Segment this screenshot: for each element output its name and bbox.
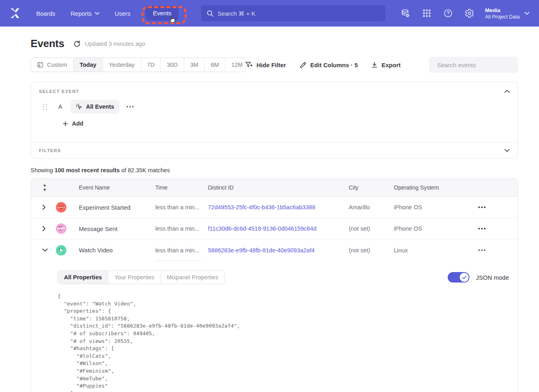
json-mode-label: JSON mode [476,274,509,281]
hide-filter-label: Hide Filter [257,62,286,68]
nav-item-boards[interactable]: Boards [36,10,56,17]
results-summary: Showing 100 most recent results of 82.35… [31,167,518,173]
date-option-today[interactable]: Today [73,58,103,72]
top-navbar: Boards Reports Users Events [0,0,539,27]
col-header-city[interactable]: City [349,184,394,191]
tab-all-properties[interactable]: All Properties [58,271,108,284]
col-header-distinct-id[interactable]: Distinct ID [208,184,349,191]
col-header-os[interactable]: Operating System [394,184,477,191]
export-button[interactable]: Export [371,62,401,68]
collapse-row-button[interactable] [42,248,47,252]
tab-mixpanel-properties[interactable]: Mixpanel Properties [160,271,224,284]
event-os: iPhone OS [394,225,477,232]
event-city: (not set) [349,247,394,254]
event-os: iPhone OS [394,204,477,210]
date-option-custom[interactable]: Custom [31,58,73,72]
event-name: Experiment Started [79,204,155,211]
search-events-input[interactable] [437,62,517,68]
date-option-30d[interactable]: 30D [160,58,184,72]
event-name: Message Sent [79,225,155,232]
tab-your-properties[interactable]: Your Properties [108,271,160,284]
table-row: Experiment Started less than a min... 72… [31,197,518,218]
nav-item-events-wrapper: Events [146,10,179,17]
mixpanel-logo-icon[interactable] [9,7,21,19]
date-range-control: Custom Today Yesterday 7D 30D 3M 6M 12M [31,58,245,72]
event-name: Watch Video [79,247,155,254]
nav-label: Boards [36,10,56,17]
row-actions-button[interactable] [478,228,518,229]
nav-item-reports[interactable]: Reports [71,10,100,17]
apps-grid-icon[interactable] [422,8,432,18]
calendar-icon [37,62,43,68]
event-os: Linux [394,247,477,254]
expand-filters-icon[interactable] [504,149,510,152]
nav-item-users[interactable]: Users [115,10,130,17]
nav-label: Users [115,10,130,17]
event-row-letter: A [58,103,62,110]
global-search-input[interactable] [218,10,380,17]
funnel-plus-icon [245,62,253,68]
events-table: Event Name Time Distinct ID City Operati… [31,178,518,392]
summary-prefix: Showing [31,167,53,173]
summary-suffix: of 82.35K matches [121,167,170,173]
event-city: (not set) [349,225,394,232]
last-updated-text: Updated 3 minutes ago [85,41,145,47]
search-events-box [429,57,518,73]
filters-label: FILTERS [39,148,61,153]
date-option-6m[interactable]: 6M [204,58,225,72]
date-option-7d[interactable]: 7D [141,58,161,72]
project-selector[interactable]: Media All Project Data [485,7,529,20]
event-options-button[interactable] [127,106,134,107]
help-icon[interactable] [443,8,453,18]
event-time: less than a min... [155,239,208,261]
pencil-icon [300,62,307,68]
date-option-12m[interactable]: 12M [225,58,245,72]
edit-columns-button[interactable]: Edit Columns · 5 [300,62,358,68]
magic-cursor-icon [76,103,82,110]
row-actions-button[interactable] [478,250,518,251]
distinct-id-link[interactable]: 72d49553-25fc-4f0c-b436-1b5ac6ab3388 [208,204,349,210]
hide-filter-button[interactable]: Hide Filter [245,62,286,68]
json-viewer[interactable]: { "event": "Watch Video", "properties": … [58,293,510,392]
json-mode-toggle[interactable] [448,272,469,283]
event-chip-label: All Events [86,103,114,110]
nav-label: Reports [71,10,92,17]
download-icon [371,62,378,68]
event-detail-panel: All Properties Your Properties Mixpanel … [31,261,518,392]
expand-row-button[interactable] [42,204,47,210]
table-row-expanded: Watch Video less than a min... 5886283e-… [31,239,518,261]
summary-count: 100 most recent results [55,167,120,173]
distinct-id-link[interactable]: f11c30d6-dc6d-4518-9136-0d046159c84d [208,225,349,232]
event-avatar [56,245,66,256]
distinct-id-link[interactable]: 5886283e-e9fb-48fb-81de-40e9093a2af4 [208,247,349,254]
col-header-time[interactable]: Time [155,184,208,191]
add-event-button[interactable]: Add [63,120,510,127]
global-search [201,5,385,21]
date-option-label: Custom [47,62,67,68]
event-selector-chip[interactable]: All Events [70,100,119,113]
event-time: less than a min... [155,218,208,239]
settings-gear-icon[interactable] [465,8,474,18]
drag-handle[interactable] [43,104,47,110]
add-label: Add [72,120,83,127]
select-event-label: SELECT EVENT [39,89,79,94]
data-management-icon[interactable] [400,8,410,19]
properties-tabs: All Properties Your Properties Mixpanel … [58,270,225,284]
expand-row-button[interactable] [42,226,47,231]
event-avatar [56,223,66,234]
project-scope: All Project Data [485,14,520,20]
event-city: Amarillo [349,204,394,210]
chevron-down-icon [95,12,99,15]
row-actions-button[interactable] [478,206,518,208]
date-option-yesterday[interactable]: Yesterday [103,58,141,72]
primary-nav: Boards Reports Users Events [36,10,179,17]
event-avatar [56,202,66,213]
refresh-icon[interactable] [73,40,81,47]
date-option-3m[interactable]: 3M [184,58,204,72]
collapse-rows-icon[interactable] [42,184,50,191]
navbar-right: Media All Project Data [400,7,539,20]
collapse-section-icon[interactable] [504,90,510,93]
project-name: Media [485,7,520,14]
table-row: Message Sent less than a min... f11c30d6… [31,218,518,239]
col-header-event-name[interactable]: Event Name [79,184,155,191]
